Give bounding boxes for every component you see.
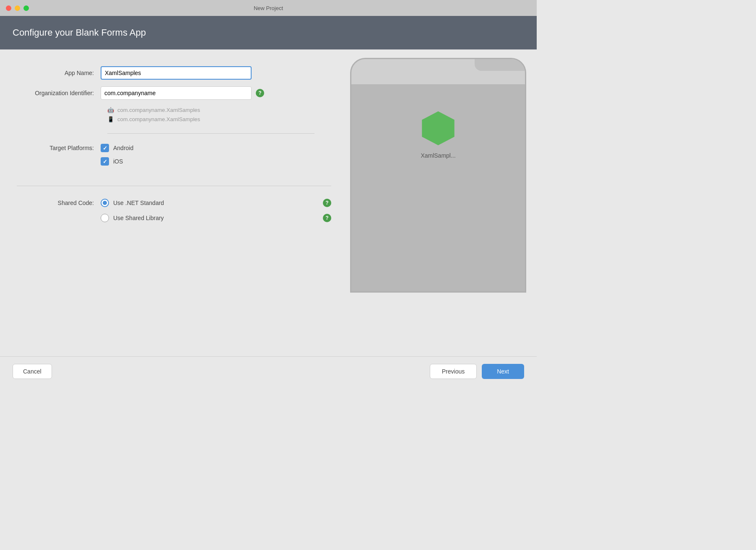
phone-screen: XamlSampl... — [351, 84, 525, 291]
android-checkbox-label: Android — [113, 145, 133, 151]
org-id-label: Organization Identifier: — [17, 90, 101, 96]
next-button[interactable]: Next — [482, 364, 524, 379]
footer: Cancel Previous Next — [0, 356, 537, 386]
shared-library-label: Use Shared Library — [113, 215, 319, 221]
org-id-input[interactable] — [101, 86, 252, 100]
titlebar: New Project — [0, 0, 537, 16]
shared-code-label: Shared Code: — [17, 199, 101, 206]
separator-2 — [17, 186, 331, 186]
window-title: New Project — [254, 5, 283, 11]
target-platforms-row: Target Platforms: Android iOS — [17, 144, 331, 171]
android-icon: 🤖 — [107, 106, 114, 113]
app-icon-hexagon — [419, 109, 457, 147]
page-title: Configure your Blank Forms App — [13, 27, 146, 38]
minimize-button[interactable] — [15, 5, 20, 11]
ios-checkbox-label: iOS — [113, 158, 123, 165]
app-name-row: App Name: — [17, 66, 331, 80]
close-button[interactable] — [6, 5, 11, 11]
phone-notch — [475, 59, 525, 71]
target-platforms-label: Target Platforms: — [17, 144, 101, 151]
footer-right: Previous Next — [430, 364, 524, 379]
org-id-row: Organization Identifier: ? — [17, 86, 331, 100]
net-standard-label: Use .NET Standard — [113, 200, 319, 206]
android-checkbox[interactable] — [101, 144, 109, 152]
app-name-preview: XamlSampl... — [421, 152, 455, 159]
window-controls[interactable] — [6, 5, 29, 11]
maximize-button[interactable] — [23, 5, 29, 11]
app-name-input[interactable] — [101, 66, 252, 80]
shared-code-row: Shared Code: Use .NET Standard ? Use Sha… — [17, 199, 331, 228]
cancel-button[interactable]: Cancel — [13, 364, 52, 379]
shared-library-radio[interactable] — [101, 214, 109, 222]
android-bundle-row: 🤖 com.companyname.XamlSamples — [107, 106, 331, 113]
ios-bundle-row: 📱 com.companyname.XamlSamples — [107, 116, 331, 122]
shared-library-row: Use Shared Library ? — [101, 214, 331, 222]
page-header: Configure your Blank Forms App — [0, 16, 537, 49]
ios-checkbox[interactable] — [101, 157, 109, 166]
app-name-label: App Name: — [17, 70, 101, 76]
shared-library-help-icon[interactable]: ? — [323, 214, 331, 222]
ios-checkbox-row: iOS — [101, 157, 133, 166]
phone-frame: XamlSampl... — [350, 58, 526, 293]
android-bundle-id: com.companyname.XamlSamples — [117, 107, 200, 113]
ios-bundle-id: com.companyname.XamlSamples — [117, 116, 200, 122]
main-content: App Name: Organization Identifier: ? 🤖 c… — [0, 49, 537, 356]
separator-1 — [107, 133, 314, 134]
form-area: App Name: Organization Identifier: ? 🤖 c… — [0, 49, 348, 356]
net-standard-radio[interactable] — [101, 199, 109, 207]
net-standard-help-icon[interactable]: ? — [323, 199, 331, 207]
net-standard-row: Use .NET Standard ? — [101, 199, 331, 207]
ios-icon: 📱 — [107, 116, 114, 122]
org-id-help-icon[interactable]: ? — [256, 89, 264, 97]
previous-button[interactable]: Previous — [430, 364, 477, 379]
phone-preview: XamlSampl... — [348, 49, 537, 356]
svg-marker-0 — [422, 112, 454, 145]
android-checkbox-row: Android — [101, 144, 133, 152]
